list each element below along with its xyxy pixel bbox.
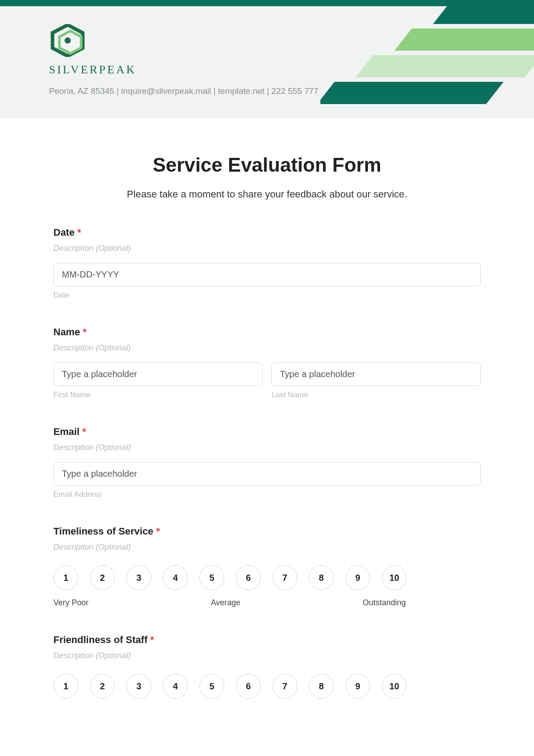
email-sublabel: Email Address: [53, 490, 481, 499]
email-label-text: Email: [53, 426, 80, 437]
anchor-high: Outstanding: [363, 598, 406, 607]
scale-option-6[interactable]: 6: [236, 674, 261, 699]
required-marker: *: [82, 426, 86, 437]
anchor-mid: Average: [211, 598, 241, 607]
required-marker: *: [77, 227, 81, 238]
first-name-sublabel: First Name: [53, 390, 263, 399]
scale-option-6[interactable]: 6: [236, 565, 261, 590]
required-marker: *: [156, 526, 160, 537]
svg-rect-3: [433, 6, 534, 24]
timeliness-description[interactable]: Description (Optional): [53, 543, 481, 552]
logo-icon: [49, 24, 86, 57]
field-timeliness: Timeliness of Service * Description (Opt…: [53, 526, 481, 607]
top-accent-bar: [0, 0, 534, 6]
scale-option-10[interactable]: 10: [382, 674, 407, 699]
last-name-input[interactable]: [271, 362, 481, 386]
scale-option-10[interactable]: 10: [382, 565, 407, 590]
required-marker: *: [83, 326, 87, 338]
scale-option-1[interactable]: 1: [53, 674, 78, 699]
timeliness-scale: 1 2 3 4 5 6 7 8 9 10: [53, 565, 481, 590]
scale-option-5[interactable]: 5: [199, 565, 224, 590]
scale-option-4[interactable]: 4: [163, 565, 188, 590]
friendliness-label: Friendliness of Staff *: [53, 634, 481, 646]
field-friendliness: Friendliness of Staff * Description (Opt…: [53, 634, 481, 699]
scale-option-2[interactable]: 2: [90, 674, 115, 699]
last-name-sublabel: Last Name: [271, 390, 481, 399]
name-label: Name *: [53, 326, 481, 338]
scale-option-2[interactable]: 2: [90, 565, 115, 590]
scale-option-8[interactable]: 8: [309, 674, 334, 699]
logo-block: SILVERPEAK: [49, 24, 485, 76]
timeliness-anchors: Very Poor Average Outstanding: [53, 598, 406, 607]
date-label: Date *: [53, 227, 481, 238]
name-description[interactable]: Description (Optional): [53, 343, 481, 353]
header: SILVERPEAK Peoria, AZ 85345 | inquire@si…: [0, 6, 534, 118]
date-input[interactable]: [53, 263, 481, 286]
scale-option-1[interactable]: 1: [53, 565, 78, 590]
field-email: Email * Description (Optional) Email Add…: [53, 426, 481, 499]
friendliness-scale: 1 2 3 4 5 6 7 8 9 10: [53, 674, 481, 699]
scale-option-9[interactable]: 9: [345, 565, 370, 590]
friendliness-label-text: Friendliness of Staff: [53, 634, 147, 645]
email-description[interactable]: Description (Optional): [53, 443, 481, 452]
date-sublabel: Date: [53, 291, 481, 300]
timeliness-label: Timeliness of Service *: [53, 526, 481, 537]
scale-option-4[interactable]: 4: [163, 674, 188, 699]
anchor-low: Very Poor: [53, 598, 89, 607]
svg-point-2: [65, 37, 71, 44]
scale-option-3[interactable]: 3: [126, 565, 151, 590]
scale-option-5[interactable]: 5: [199, 674, 224, 699]
scale-option-9[interactable]: 9: [345, 674, 370, 699]
field-name: Name * Description (Optional) First Name…: [53, 326, 481, 399]
scale-option-3[interactable]: 3: [126, 674, 151, 699]
date-label-text: Date: [53, 227, 75, 238]
timeliness-label-text: Timeliness of Service: [53, 526, 154, 537]
form-subtitle: Please take a moment to share your feedb…: [53, 189, 481, 200]
scale-option-7[interactable]: 7: [272, 674, 297, 699]
form-title: Service Evaluation Form: [53, 154, 481, 176]
contact-line: Peoria, AZ 85345 | inquire@silverpeak.ma…: [49, 86, 485, 96]
field-date: Date * Description (Optional) Date: [53, 227, 481, 300]
svg-marker-1: [60, 31, 81, 53]
scale-option-8[interactable]: 8: [309, 565, 334, 590]
email-input[interactable]: [53, 462, 481, 486]
brand-name: SILVERPEAK: [49, 63, 485, 76]
scale-option-7[interactable]: 7: [272, 565, 297, 590]
name-label-text: Name: [53, 326, 80, 338]
required-marker: *: [150, 634, 154, 645]
first-name-input[interactable]: [53, 362, 263, 386]
friendliness-description[interactable]: Description (Optional): [53, 651, 481, 660]
email-label: Email *: [53, 426, 481, 438]
form-body: Service Evaluation Form Please take a mo…: [0, 118, 534, 716]
date-description[interactable]: Description (Optional): [53, 244, 481, 253]
